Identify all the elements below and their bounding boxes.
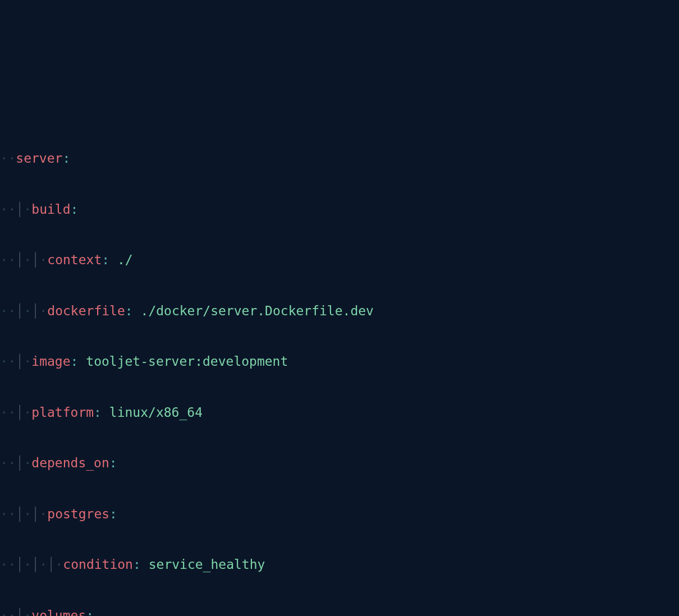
code-line[interactable]: ··│·depends_on: bbox=[0, 450, 679, 476]
yaml-value: tooljet-server:development bbox=[86, 349, 288, 374]
yaml-key: server bbox=[16, 146, 62, 171]
code-line[interactable]: ··│·│·context: ./ bbox=[0, 247, 679, 273]
yaml-key: volumes bbox=[31, 603, 86, 616]
yaml-key: condition bbox=[63, 552, 133, 577]
yaml-value: linux/x86_64 bbox=[109, 400, 203, 425]
code-editor[interactable]: ··server: ··│·build: ··│·│·context: ./ ·… bbox=[0, 101, 679, 616]
yaml-key: postgres bbox=[47, 502, 109, 527]
code-line[interactable]: ··│·volumes: bbox=[0, 603, 679, 617]
yaml-key: context bbox=[47, 247, 102, 273]
yaml-key: build bbox=[31, 197, 70, 222]
yaml-key: image bbox=[31, 349, 70, 374]
code-line[interactable]: ··│·│·postgres: bbox=[0, 502, 679, 527]
yaml-value: ./docker/server.Dockerfile.dev bbox=[141, 298, 374, 324]
code-line[interactable]: ··│·platform: linux/x86_64 bbox=[0, 400, 679, 426]
yaml-key: platform bbox=[31, 400, 94, 425]
yaml-value: ./ bbox=[117, 247, 133, 273]
code-line[interactable]: ··│·│·dockerfile: ./docker/server.Docker… bbox=[0, 298, 679, 324]
code-line[interactable]: ··│·build: bbox=[0, 197, 679, 223]
code-line[interactable]: ··│·image: tooljet-server:development bbox=[0, 349, 679, 375]
yaml-key: depends_on bbox=[31, 450, 109, 476]
yaml-value: service_healthy bbox=[149, 552, 265, 577]
yaml-key: dockerfile bbox=[47, 298, 125, 324]
code-line[interactable]: ··server: bbox=[0, 146, 679, 172]
code-line[interactable]: ··│·│·│·condition: service_healthy bbox=[0, 552, 679, 578]
